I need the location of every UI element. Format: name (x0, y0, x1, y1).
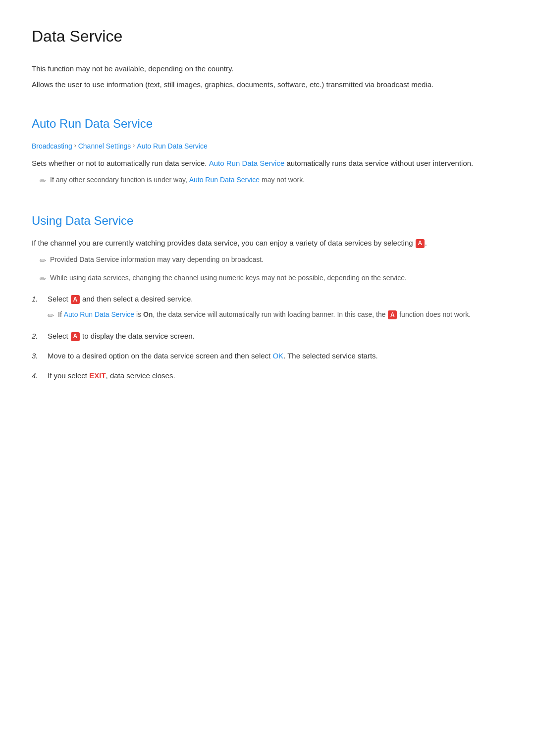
using-data-intro: If the channel you are currently watchin… (32, 237, 503, 249)
step-1-number: 1. (32, 293, 42, 305)
step-4-number: 4. (32, 370, 42, 382)
auto-run-body: Sets whether or not to automatically run… (32, 157, 503, 169)
a-button-note: A (388, 310, 397, 319)
using-data-note-2: ✏ While using data services, changing th… (40, 272, 503, 286)
breadcrumb-auto-run[interactable]: Auto Run Data Service (137, 141, 207, 151)
step-4-exit: EXIT (89, 371, 106, 380)
step-2-number: 2. (32, 330, 42, 342)
using-data-intro-end: . (425, 239, 427, 247)
step-2-text-after: to display the data service screen. (80, 332, 195, 340)
using-data-intro-text: If the channel you are currently watchin… (32, 239, 415, 247)
step-2-content: Select A to display the data service scr… (48, 330, 503, 342)
using-data-section-title: Using Data Service (32, 211, 503, 230)
step-3-content: Move to a desired option on the data ser… (48, 350, 503, 362)
step-1-note-text: If Auto Run Data Service is On, the data… (58, 309, 503, 320)
a-button-intro: A (416, 239, 425, 248)
auto-run-section: Auto Run Data Service Broadcasting › Cha… (32, 114, 503, 187)
step-3-suffix: . The selected service starts. (283, 352, 378, 360)
auto-run-body-text: Sets whether or not to automatically run… (32, 159, 209, 167)
breadcrumb-sep-2: › (133, 141, 135, 151)
step-1-note: ✏ If Auto Run Data Service is On, the da… (48, 309, 503, 322)
step-3-ok: OK (272, 352, 283, 360)
using-data-note-2-text: While using data services, changing the … (50, 272, 407, 283)
step-1-text-after: and then select a desired service. (80, 295, 193, 303)
step-2: 2. Select A to display the data service … (32, 330, 503, 342)
auto-run-section-title: Auto Run Data Service (32, 114, 503, 133)
step-3-number: 3. (32, 350, 42, 362)
auto-run-highlight: Auto Run Data Service (209, 159, 285, 167)
step-2-text-before: Select (48, 332, 70, 340)
using-data-note-1: ✏ Provided Data Service information may … (40, 254, 503, 267)
step-4-content: If you select EXIT, data service closes. (48, 370, 503, 382)
step-3-text: Move to a desired option on the data ser… (48, 352, 272, 360)
intro-text-2: Allows the user to use information (text… (32, 79, 503, 91)
note-icon-2: ✏ (40, 254, 46, 267)
breadcrumb-sep-1: › (74, 141, 76, 151)
note-icon-4: ✏ (48, 309, 54, 322)
steps-list: 1. Select A and then select a desired se… (32, 293, 503, 382)
auto-run-note-text: If any other secondary function is under… (50, 174, 305, 185)
breadcrumb-broadcasting[interactable]: Broadcasting (32, 141, 72, 151)
breadcrumb-channel-settings[interactable]: Channel Settings (78, 141, 131, 151)
step-1: 1. Select A and then select a desired se… (32, 293, 503, 322)
step-1-text-before: Select (48, 295, 70, 303)
note-icon-3: ✏ (40, 273, 46, 286)
using-data-note-1-text: Provided Data Service information may va… (50, 254, 264, 265)
page-title: Data Service (32, 24, 503, 49)
auto-run-body-suffix: automatically runs data service without … (284, 159, 473, 167)
auto-run-note: ✏ If any other secondary function is und… (40, 174, 503, 188)
step-4-text: If you select (48, 371, 89, 380)
step-4-suffix: , data service closes. (106, 371, 175, 380)
a-button-step2: A (71, 332, 80, 341)
step-3: 3. Move to a desired option on the data … (32, 350, 503, 362)
breadcrumb: Broadcasting › Channel Settings › Auto R… (32, 141, 503, 151)
intro-text-1: This function may not be available, depe… (32, 63, 503, 75)
using-data-section: Using Data Service If the channel you ar… (32, 211, 503, 382)
step-1-content: Select A and then select a desired servi… (48, 293, 503, 322)
step-4: 4. If you select EXIT, data service clos… (32, 370, 503, 382)
note-icon-1: ✏ (40, 175, 46, 188)
a-button-step1: A (71, 295, 80, 304)
